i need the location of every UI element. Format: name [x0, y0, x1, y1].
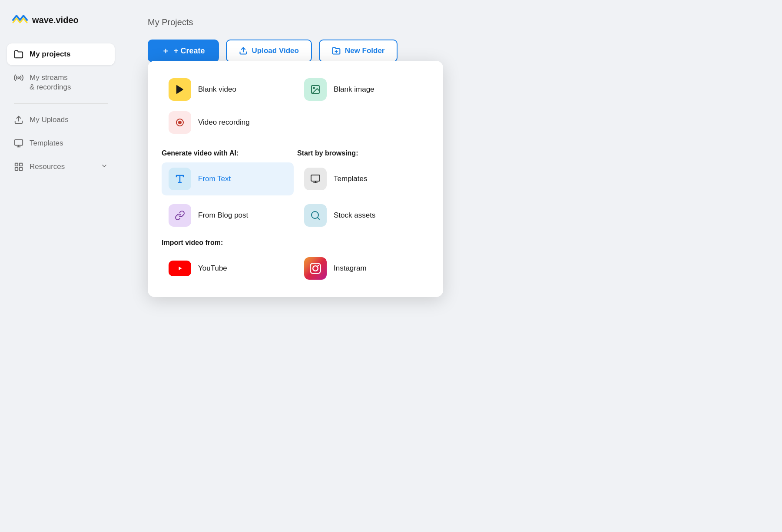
- video-recording-icon-box: [169, 111, 191, 134]
- templates-browse-icon: [310, 174, 321, 184]
- from-text-item[interactable]: From Text: [162, 162, 294, 195]
- blank-image-label: Blank image: [334, 85, 374, 94]
- page-title: My Projects: [148, 17, 756, 27]
- from-blog-item[interactable]: From Blog post: [162, 199, 294, 232]
- svg-marker-12: [177, 86, 183, 93]
- stock-assets-label: Stock assets: [334, 211, 375, 220]
- toolbar: ＋ + Create Upload Video New Folder: [148, 40, 756, 62]
- link-icon: [175, 210, 185, 221]
- sidebar-item-my-uploads[interactable]: My Uploads: [7, 109, 115, 131]
- sidebar-item-my-streams[interactable]: My streams& recordings: [7, 67, 115, 98]
- blank-video-item[interactable]: Blank video: [162, 73, 294, 106]
- video-recording-item[interactable]: Video recording: [162, 106, 257, 139]
- templates-browse-label: Templates: [334, 175, 367, 183]
- blank-image-icon-box: [304, 78, 327, 101]
- new-folder-label: New Folder: [345, 46, 385, 55]
- svg-rect-5: [15, 163, 18, 166]
- upload-icon: [14, 115, 23, 125]
- ai-browse-row: From Text Templates: [162, 162, 429, 195]
- section-headers: Generate video with AI: Start by browsin…: [162, 146, 429, 162]
- svg-point-14: [313, 87, 315, 89]
- svg-point-26: [313, 266, 318, 271]
- logo-text: wave.video: [32, 15, 79, 25]
- chevron-down-icon: [101, 162, 108, 172]
- from-blog-label: From Blog post: [198, 211, 248, 220]
- resources-icon: [14, 162, 23, 172]
- upload-video-label: Upload Video: [252, 46, 299, 55]
- templates-browse-icon-box: [304, 168, 327, 190]
- ai-section-title: Generate video with AI:: [162, 149, 294, 157]
- streams-icon: [14, 73, 23, 83]
- plus-icon: ＋: [162, 46, 169, 56]
- svg-point-0: [18, 77, 20, 79]
- svg-point-16: [179, 121, 181, 124]
- from-text-icon-box: [169, 168, 191, 190]
- youtube-item[interactable]: YouTube: [162, 252, 294, 285]
- browse-section-title: Start by browsing:: [297, 149, 429, 157]
- sidebar-item-my-uploads-label: My Uploads: [30, 116, 69, 124]
- blog-stock-row: From Blog post Stock assets: [162, 199, 429, 232]
- templates-icon: [14, 139, 23, 148]
- sidebar-item-resources[interactable]: Resources: [7, 156, 115, 178]
- svg-marker-24: [179, 267, 182, 270]
- import-section-title: Import video from:: [162, 239, 429, 247]
- blank-video-icon-box: [169, 78, 191, 101]
- svg-rect-2: [15, 140, 23, 145]
- blank-options-row: Blank video Blank image: [162, 73, 429, 106]
- instagram-label: Instagram: [334, 264, 367, 273]
- folder-icon: [14, 50, 23, 59]
- stock-assets-item[interactable]: Stock assets: [297, 199, 429, 232]
- search-icon: [310, 210, 321, 221]
- sidebar: wave.video My projects My streams& recor…: [0, 0, 122, 532]
- blank-image-item[interactable]: Blank image: [297, 73, 429, 106]
- svg-rect-7: [20, 168, 22, 170]
- record-icon: [175, 117, 185, 128]
- upload-video-icon: [239, 46, 248, 55]
- instagram-item[interactable]: Instagram: [297, 252, 429, 285]
- image-icon: [310, 84, 321, 95]
- instagram-icon: [304, 257, 327, 280]
- main-content: My Projects ＋ + Create Upload Video New …: [122, 0, 782, 532]
- new-folder-icon: [332, 46, 341, 55]
- sidebar-item-resources-label: Resources: [30, 162, 65, 171]
- from-blog-icon-box: [169, 204, 191, 227]
- sidebar-item-templates[interactable]: Templates: [7, 132, 115, 154]
- svg-rect-19: [311, 175, 320, 181]
- stock-assets-icon-box: [304, 204, 327, 227]
- upload-video-button[interactable]: Upload Video: [226, 40, 312, 62]
- templates-browse-item[interactable]: Templates: [297, 162, 429, 195]
- sidebar-item-my-projects[interactable]: My projects: [7, 43, 115, 65]
- sidebar-item-templates-label: Templates: [30, 139, 63, 148]
- wave-logo-icon: [12, 14, 28, 26]
- blank-video-label: Blank video: [198, 85, 236, 94]
- svg-rect-6: [20, 163, 22, 166]
- sidebar-item-my-projects-label: My projects: [30, 50, 70, 59]
- nav-divider: [14, 103, 108, 104]
- from-text-label: From Text: [198, 175, 231, 183]
- create-button[interactable]: ＋ + Create: [148, 40, 219, 62]
- svg-point-27: [318, 265, 319, 267]
- logo: wave.video: [7, 10, 115, 30]
- new-folder-button[interactable]: New Folder: [319, 40, 398, 62]
- video-recording-row: Video recording: [162, 106, 429, 139]
- youtube-label: YouTube: [198, 264, 227, 273]
- text-icon: [175, 174, 185, 184]
- video-recording-label: Video recording: [198, 118, 250, 127]
- svg-rect-8: [15, 168, 18, 170]
- play-icon: [175, 84, 185, 95]
- svg-rect-25: [310, 263, 320, 273]
- create-label: + Create: [174, 46, 205, 56]
- sidebar-item-my-streams-label: My streams& recordings: [30, 73, 71, 92]
- youtube-icon: [169, 261, 191, 276]
- import-row: YouTube Instagram: [162, 252, 429, 285]
- create-dropdown: Blank video Blank image: [148, 61, 443, 297]
- svg-line-23: [318, 218, 319, 219]
